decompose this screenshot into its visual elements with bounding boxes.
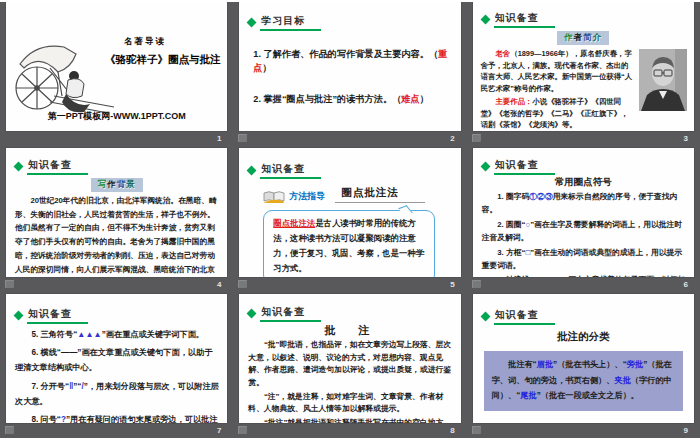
bubble-tail xyxy=(398,205,413,215)
slide-cell-2[interactable]: 学习目标 1. 了解作者、作品的写作背景及主要内容。（重点） 2. 掌握“圈点与… xyxy=(233,0,466,146)
slide-thumbnail-1[interactable]: 名著导读 《骆驼祥子》圈点与批注 第一PPT模板网-WWW.1PPT.COM xyxy=(6,2,227,131)
slide-number: 2 xyxy=(450,134,454,143)
watermark xyxy=(472,134,481,142)
diamond-bullet-icon xyxy=(14,162,24,172)
rickshaw-illustration xyxy=(10,38,120,118)
diamond-bullet-icon xyxy=(480,162,490,172)
symbol-item-2: 2. 圆圈“○”画在生字及需要解释的词语上，用以批注时注音及解词。 xyxy=(482,218,686,245)
slide-number: 4 xyxy=(217,280,221,289)
diamond-bullet-icon xyxy=(480,312,490,322)
slide-thumbnail-5[interactable]: 知识备查 方法指导 圈点批注法 圈点批注法是古人读书时常用的传统方法，这种读书方… xyxy=(239,148,460,277)
method-description-bubble: 圈点批注法是古人读书时常用的传统方法，这种读书方法可以凝聚阅读的注意力，便于复习… xyxy=(263,210,434,277)
works-label: 主要作品： xyxy=(495,97,532,106)
slide-cell-9[interactable]: 知识备查 批注的分类 批注有“眉批”（批在书头上）、“旁批”（批在字、词、句的旁… xyxy=(467,292,700,438)
section-header: 学习目标 xyxy=(246,14,460,31)
slide-sorter-view: 名著导读 《骆驼祥子》圈点与批注 第一PPT模板网-WWW.1PPT.COM 1… xyxy=(0,0,700,438)
slide-thumbnail-2[interactable]: 学习目标 1. 了解作者、作品的写作背景及主要内容。（重点） 2. 掌握“圈点与… xyxy=(239,2,460,131)
section-header-label: 知识备查 xyxy=(27,158,88,175)
series-subtitle: 名著导读 xyxy=(124,36,166,48)
annotation-title: 批 注 xyxy=(239,323,460,338)
author-intro-badge: 作者简介 xyxy=(557,31,609,45)
classification-title: 批注的分类 xyxy=(473,330,694,344)
section-header-label: 知识备查 xyxy=(260,162,321,179)
rickshaw-driver-figure xyxy=(62,71,90,112)
slide-number: 6 xyxy=(684,280,688,289)
slide-thumbnail-6[interactable]: 知识备查 常用圈点符号 1. 圈字码①②③用来标示自然段的序号，便于查找内容。 … xyxy=(473,148,694,277)
top-edge-strip xyxy=(0,0,700,2)
diamond-bullet-icon xyxy=(247,18,257,28)
slide-cell-3[interactable]: 知识备查 作者简介 xyxy=(467,0,700,146)
open-book-icon xyxy=(263,190,285,203)
thumbnail-grid: 名著导读 《骆驼祥子》圈点与批注 第一PPT模板网-WWW.1PPT.COM 1… xyxy=(0,0,700,438)
section-header: 知识备查 xyxy=(480,11,694,28)
section-header-label: 学习目标 xyxy=(260,14,321,31)
slide-cell-4[interactable]: 知识备查 写作背景 20世纪20年代的旧北京，由北洋军阀统治。在黑暗、畸形、失衡… xyxy=(0,146,233,292)
writing-background-text: 20世纪20年代的旧北京，由北洋军阀统治。在黑暗、畸形、失衡的旧社会，人民过着贫… xyxy=(15,194,219,277)
author-name: 老舍 xyxy=(495,49,510,58)
annotation-paragraph-2: “注”，就是注释，如对难字生词、文章背景、作者材料、人物典故、风土人情等加以解释… xyxy=(248,391,452,416)
slide-thumbnail-3[interactable]: 知识备查 作者简介 xyxy=(473,2,694,131)
writing-background-badge: 写作背景 xyxy=(91,178,143,192)
slide-number: 5 xyxy=(450,280,454,289)
slide-number: 3 xyxy=(684,134,688,143)
section-header-label: 知识备查 xyxy=(494,158,555,175)
slide-cell-8[interactable]: 知识备查 批 注 “批”即批语，也指品评，如在文章旁边写上段落、层次大意，以叙述… xyxy=(233,292,466,438)
slide-cell-1[interactable]: 名著导读 《骆驼祥子》圈点与批注 第一PPT模板网-WWW.1PPT.COM 1 xyxy=(0,0,233,146)
slide-number: 9 xyxy=(684,426,688,435)
symbols-title: 常用圈点符号 xyxy=(473,176,694,189)
diamond-bullet-icon xyxy=(480,15,490,25)
slide-cell-6[interactable]: 知识备查 常用圈点符号 1. 圈字码①②③用来标示自然段的序号，便于查找内容。 … xyxy=(467,146,700,292)
section-header: 知识备查 xyxy=(480,158,694,175)
symbol-item-8: 8. 问号“?”用在有疑问的语句末尾或旁边，可以批注疑问。 xyxy=(15,412,219,423)
diamond-bullet-icon xyxy=(14,311,24,321)
slide-number: 7 xyxy=(217,426,221,435)
slide-number: 1 xyxy=(217,134,221,143)
watermark xyxy=(472,426,481,434)
watermark xyxy=(472,280,481,288)
slide-thumbnail-7[interactable]: 知识备查 5. 三角符号“▲▲▲”画在重点或关键字词下面。 6. 横线“——”画… xyxy=(6,294,227,423)
section-header-label: 知识备查 xyxy=(260,305,321,322)
classification-box: 批注有“眉批”（批在书头上）、“旁批”（批在字、词、句的旁边，书页右侧）、夹批（… xyxy=(484,351,683,411)
symbol-item-4: 4. 波浪线“～～～～”画在文章优美的句子下面，以便加深记忆、理解或摘录，也方便… xyxy=(482,273,686,277)
author-intro-text: 老舍（1899—1966年），原名舒庆春，字舍予，北京人，满族。现代著名作家、杰… xyxy=(481,48,687,131)
method-term: 圈点批注法 xyxy=(273,218,315,228)
annotation-paragraph-3: “批注”就是把批语和注释随手批写在书中的空白地方，以帮助理解，深入思考。 xyxy=(248,417,452,423)
slide-thumbnail-4[interactable]: 知识备查 写作背景 20世纪20年代的旧北京，由北洋军阀统治。在黑暗、畸形、失衡… xyxy=(6,148,227,277)
section-header-label: 知识备查 xyxy=(27,307,88,324)
presentation-title: 《骆驼祥子》圈点与批注 xyxy=(98,53,227,67)
watermark xyxy=(238,280,247,288)
learning-objective-2: 2. 掌握“圈点与批注”的读书方法。（难点） xyxy=(253,93,452,107)
diamond-bullet-icon xyxy=(247,309,257,319)
watermark xyxy=(238,426,247,434)
section-header: 知识备查 xyxy=(246,162,460,179)
symbol-item-7: 7. 分开号“‖”“/”，用来划分段落与层次，可以附注层次大意。 xyxy=(15,379,219,409)
watermark xyxy=(5,280,14,288)
section-header: 知识备查 xyxy=(13,158,227,175)
symbol-item-3: 3. 方框“□”画在生动的词语或典型的成语上，用以提示重要词语。 xyxy=(482,246,686,273)
annotation-paragraph-1: “批”即批语，也指品评，如在文章旁边写上段落、层次大意，以叙述、说明、议论的方式… xyxy=(248,339,452,390)
method-title: 圈点批注法 xyxy=(335,186,425,203)
method-guidance-label: 方法指导 xyxy=(289,190,325,203)
slide-cell-7[interactable]: 知识备查 5. 三角符号“▲▲▲”画在重点或关键字词下面。 6. 横线“——”画… xyxy=(0,292,233,438)
method-title-row: 方法指导 圈点批注法 xyxy=(263,186,450,203)
watermark xyxy=(238,134,247,142)
section-header: 知识备查 xyxy=(480,308,694,325)
section-header: 知识备查 xyxy=(246,305,460,322)
symbol-item-6: 6. 横线“——”画在文章重点或关键句下面，以助于理清文章结构或中心。 xyxy=(15,345,219,375)
author-photo xyxy=(639,49,687,111)
slide-thumbnail-9[interactable]: 知识备查 批注的分类 批注有“眉批”（批在书头上）、“旁批”（批在字、词、句的旁… xyxy=(473,294,694,423)
slide-number: 8 xyxy=(450,426,454,435)
symbol-item-1: 1. 圈字码①②③用来标示自然段的序号，便于查找内容。 xyxy=(482,190,686,217)
symbol-item-5: 5. 三角符号“▲▲▲”画在重点或关键字词下面。 xyxy=(15,327,219,342)
section-header: 知识备查 xyxy=(13,307,227,324)
slide-thumbnail-8[interactable]: 知识备查 批 注 “批”即批语，也指品评，如在文章旁边写上段落、层次大意，以叙述… xyxy=(239,294,460,423)
slide-cell-5[interactable]: 知识备查 方法指导 圈点批注法 圈点批注法是古人读书时常用的传统方法，这种读书方… xyxy=(233,146,466,292)
section-header-label: 知识备查 xyxy=(494,308,555,325)
watermark xyxy=(5,426,14,434)
diamond-bullet-icon xyxy=(247,166,257,176)
section-header-label: 知识备查 xyxy=(494,11,555,28)
template-site-credit: 第一PPT模板网-WWW.1PPT.COM xyxy=(6,110,227,123)
learning-objective-1: 1. 了解作者、作品的写作背景及主要内容。（重点） xyxy=(253,48,452,76)
